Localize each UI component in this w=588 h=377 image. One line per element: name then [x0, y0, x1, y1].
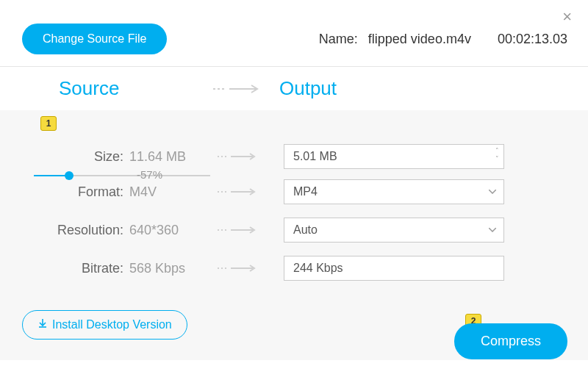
output-bitrate-field[interactable]: 244 Kbps [284, 256, 504, 281]
row-resolution: Resolution: 640*360 Auto [22, 218, 566, 243]
duration: 00:02:13.03 [498, 32, 567, 47]
label-format: Format: [22, 184, 129, 200]
tab-source[interactable]: Source [59, 77, 198, 100]
slider-value: -57% [137, 168, 162, 181]
output-format-value: MP4 [293, 185, 318, 198]
callout-marker-1: 1 [40, 116, 57, 131]
chevron-down-icon [489, 190, 496, 194]
stepper-icon[interactable]: ˄˅ [495, 147, 499, 163]
arrow-icon [218, 152, 284, 161]
arrow-icon [213, 84, 265, 94]
source-size-value: 11.64 MB [129, 149, 218, 165]
arrow-icon [218, 226, 284, 234]
resolution-select[interactable]: Auto [284, 218, 504, 243]
output-resolution-value: Auto [293, 223, 318, 237]
size-slider[interactable]: -57% [34, 175, 210, 176]
label-bitrate: Bitrate: [22, 261, 129, 276]
source-resolution-value: 640*360 [129, 223, 218, 238]
change-source-button[interactable]: Change Source File [22, 24, 167, 54]
arrow-icon [218, 264, 284, 273]
close-icon[interactable]: × [562, 7, 572, 26]
output-size-value: 5.01 MB [293, 150, 337, 163]
label-size: Size: [22, 149, 129, 165]
row-size: Size: 11.64 MB 5.01 MB ˄˅ [22, 144, 566, 169]
download-icon [37, 318, 48, 331]
settings-panel: 1 Size: 11.64 MB 5.01 MB ˄˅ -57% Format:… [0, 110, 588, 360]
row-bitrate: Bitrate: 568 Kbps 244 Kbps [22, 256, 566, 281]
compress-button[interactable]: Compress [454, 323, 567, 359]
output-bitrate-value: 244 Kbps [293, 262, 343, 275]
file-name: flipped video.m4v [368, 32, 471, 47]
row-format: Format: M4V MP4 [22, 179, 566, 204]
header-bar: Change Source File Name: flipped video.m… [0, 0, 588, 67]
install-desktop-label: Install Desktop Version [52, 318, 172, 331]
install-desktop-button[interactable]: Install Desktop Version [22, 310, 187, 340]
tab-output[interactable]: Output [279, 77, 419, 100]
source-bitrate-value: 568 Kbps [129, 261, 218, 276]
file-name-block: Name: flipped video.m4v 00:02:13.03 [319, 32, 567, 47]
name-label: Name: [319, 32, 358, 47]
label-resolution: Resolution: [22, 223, 129, 238]
arrow-icon [218, 187, 284, 196]
source-format-value: M4V [129, 184, 218, 200]
format-select[interactable]: MP4 [284, 179, 504, 204]
output-size-stepper[interactable]: 5.01 MB ˄˅ [284, 144, 504, 169]
tabs: Source Output [0, 67, 588, 110]
chevron-down-icon [489, 228, 496, 232]
